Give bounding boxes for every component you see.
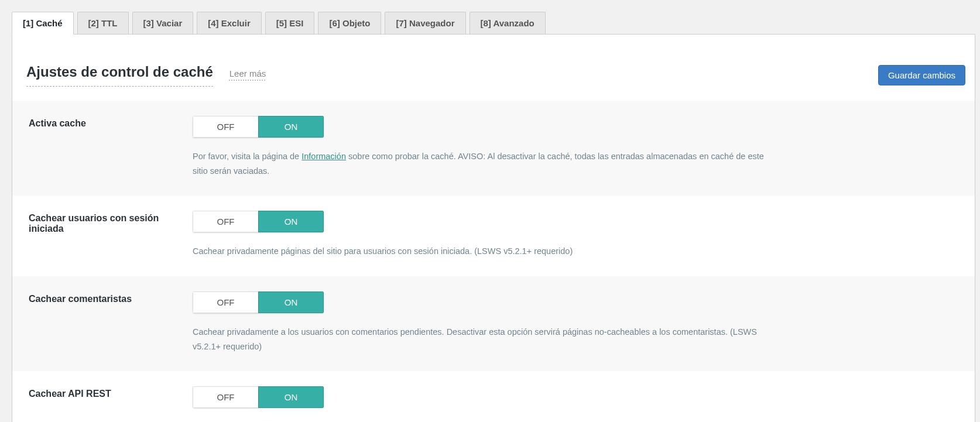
setting-cache-rest-api: Cachear API REST OFF ON Cachear peticion…	[12, 371, 975, 422]
setting-desc: Por favor, visita la página de Informaci…	[193, 149, 778, 178]
toggle-cache-logged-in: OFF ON	[193, 211, 324, 232]
toggle-off[interactable]: OFF	[193, 291, 258, 313]
desc-text-prefix: Por favor, visita la página de	[193, 152, 301, 161]
setting-body: OFF ON Cachear privadamente páginas del …	[193, 211, 778, 259]
setting-enable-cache: Activa cache OFF ON Por favor, visita la…	[12, 101, 975, 195]
toggle-enable-cache: OFF ON	[193, 116, 324, 138]
setting-label: Activa cache	[29, 116, 193, 178]
setting-label: Cachear API REST	[29, 386, 193, 422]
toggle-off[interactable]: OFF	[193, 386, 258, 408]
setting-desc: Cachear peticiones realizadas por llamad…	[193, 420, 778, 422]
toggle-cache-rest-api: OFF ON	[193, 386, 324, 408]
toggle-on[interactable]: ON	[258, 291, 324, 313]
setting-label: Cachear comentaristas	[29, 291, 193, 354]
save-button[interactable]: Guardar cambios	[878, 65, 965, 85]
tab-ttl[interactable]: [2] TTL	[77, 12, 129, 35]
setting-cache-commenters: Cachear comentaristas OFF ON Cachear pri…	[12, 276, 975, 371]
toggle-on[interactable]: ON	[258, 211, 324, 232]
content-panel: Ajustes de control de caché Leer más Gua…	[12, 34, 975, 422]
setting-label: Cachear usuarios con sesión iniciada	[29, 211, 193, 259]
tab-bar: [1] Caché [2] TTL [3] Vaciar [4] Excluir…	[0, 0, 980, 35]
tab-browser[interactable]: [7] Navegador	[385, 12, 465, 35]
setting-body: OFF ON Cachear privadamente a los usuari…	[193, 291, 778, 354]
settings-container: [1] Caché [2] TTL [3] Vaciar [4] Excluir…	[0, 0, 980, 422]
setting-desc: Cachear privadamente páginas del sitio p…	[193, 244, 778, 259]
info-link[interactable]: Información	[301, 152, 346, 161]
heading-row: Ajustes de control de caché Leer más Gua…	[12, 35, 975, 101]
heading-left: Ajustes de control de caché Leer más	[26, 64, 266, 87]
setting-body: OFF ON Por favor, visita la página de In…	[193, 116, 778, 178]
toggle-off[interactable]: OFF	[193, 116, 258, 138]
tab-cache[interactable]: [1] Caché	[12, 12, 74, 35]
tab-purge[interactable]: [3] Vaciar	[132, 12, 194, 35]
setting-desc: Cachear privadamente a los usuarios con …	[193, 325, 778, 354]
tab-object[interactable]: [6] Objeto	[318, 12, 381, 35]
learn-more-link[interactable]: Leer más	[229, 68, 266, 78]
toggle-on[interactable]: ON	[258, 116, 324, 138]
toggle-on[interactable]: ON	[258, 386, 324, 408]
setting-cache-logged-in: Cachear usuarios con sesión iniciada OFF…	[12, 195, 975, 276]
page-title: Ajustes de control de caché	[26, 64, 213, 87]
tab-advanced[interactable]: [8] Avanzado	[470, 12, 546, 35]
setting-body: OFF ON Cachear peticiones realizadas por…	[193, 386, 778, 422]
toggle-cache-commenters: OFF ON	[193, 291, 324, 313]
toggle-off[interactable]: OFF	[193, 211, 258, 232]
tab-esi[interactable]: [5] ESI	[265, 12, 315, 35]
tab-exclude[interactable]: [4] Excluir	[197, 12, 262, 35]
